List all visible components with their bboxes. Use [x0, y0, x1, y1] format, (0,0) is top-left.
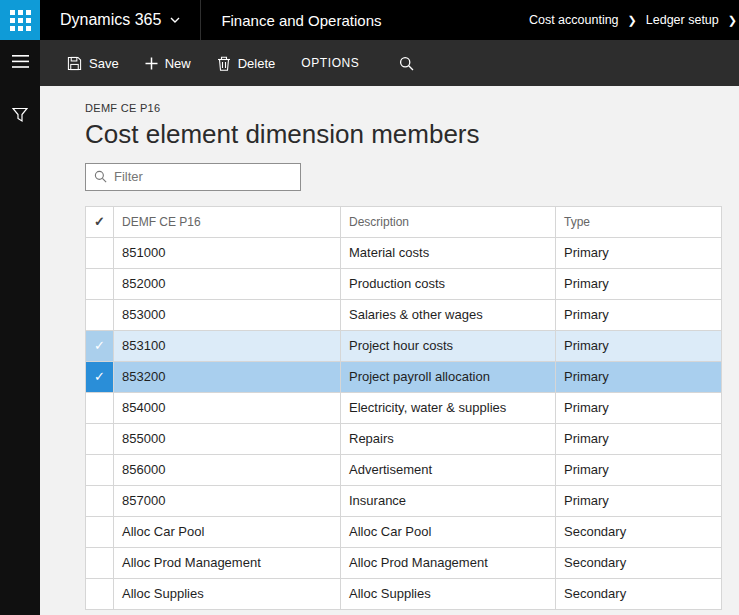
hamburger-icon — [12, 55, 29, 68]
breadcrumb-ledger-setup[interactable]: Ledger setup — [646, 13, 719, 27]
main-content: DEMF CE P16 Cost element dimension membe… — [40, 86, 739, 615]
select-all-checkbox[interactable]: ✓ — [86, 207, 114, 237]
row-description-cell: Repairs — [341, 424, 556, 454]
row-type-cell: Primary — [556, 362, 721, 392]
delete-button[interactable]: Delete — [204, 40, 289, 86]
row-type-cell: Primary — [556, 393, 721, 423]
delete-button-label: Delete — [238, 56, 276, 71]
column-header-type[interactable]: Type — [556, 207, 721, 237]
search-icon — [399, 56, 414, 71]
row-select-checkbox[interactable] — [86, 486, 114, 516]
table-body: 851000Material costsPrimary852000Product… — [86, 237, 721, 609]
search-icon — [94, 170, 107, 183]
row-description-cell: Alloc Prod Management — [341, 548, 556, 578]
record-id-caption: DEMF CE P16 — [85, 102, 739, 114]
table-row[interactable]: Alloc Prod ManagementAlloc Prod Manageme… — [86, 547, 721, 578]
row-select-checkbox[interactable] — [86, 393, 114, 423]
chevron-right-icon: ❯ — [628, 15, 637, 26]
row-select-checkbox[interactable]: ✓ — [86, 331, 114, 361]
table-row[interactable]: Alloc SuppliesAlloc SuppliesSecondary — [86, 578, 721, 609]
hamburger-menu-button[interactable] — [12, 55, 29, 71]
row-description-cell: Project hour costs — [341, 331, 556, 361]
row-select-checkbox[interactable] — [86, 238, 114, 268]
row-type-cell: Primary — [556, 300, 721, 330]
row-type-cell: Primary — [556, 486, 721, 516]
row-select-checkbox[interactable] — [86, 517, 114, 547]
app-launcher-button[interactable] — [0, 0, 40, 40]
row-code-cell: 851000 — [114, 238, 341, 268]
row-code-cell: 853200 — [114, 362, 341, 392]
save-button-label: Save — [89, 56, 119, 71]
table-row[interactable]: 855000RepairsPrimary — [86, 423, 721, 454]
row-code-cell: Alloc Supplies — [114, 579, 341, 609]
row-select-checkbox[interactable] — [86, 548, 114, 578]
row-description-cell: Alloc Supplies — [341, 579, 556, 609]
row-code-cell: 853100 — [114, 331, 341, 361]
row-type-cell: Primary — [556, 238, 721, 268]
row-description-cell: Salaries & other wages — [341, 300, 556, 330]
row-select-checkbox[interactable]: ✓ — [86, 362, 114, 392]
table-row[interactable]: 857000InsurancePrimary — [86, 485, 721, 516]
grid-header-row: ✓ DEMF CE P16 Description Type — [86, 207, 721, 237]
row-code-cell: 852000 — [114, 269, 341, 299]
row-select-checkbox[interactable] — [86, 300, 114, 330]
table-row[interactable]: Alloc Car PoolAlloc Car PoolSecondary — [86, 516, 721, 547]
row-code-cell: 857000 — [114, 486, 341, 516]
row-code-cell: Alloc Car Pool — [114, 517, 341, 547]
filter-pane-button[interactable] — [12, 107, 28, 126]
options-button[interactable]: OPTIONS — [288, 40, 372, 86]
row-type-cell: Secondary — [556, 579, 721, 609]
row-select-checkbox[interactable] — [86, 579, 114, 609]
page-title: Cost element dimension members — [85, 120, 739, 150]
check-icon: ✓ — [94, 339, 105, 352]
table-row[interactable]: ✓853200Project payroll allocationPrimary — [86, 361, 721, 392]
save-button[interactable]: Save — [54, 40, 132, 86]
column-header-description[interactable]: Description — [341, 207, 556, 237]
top-nav-bar: Dynamics 365 Finance and Operations Cost… — [0, 0, 739, 40]
breadcrumb: Cost accounting ❯ Ledger setup ❯ — [529, 13, 739, 27]
row-description-cell: Alloc Car Pool — [341, 517, 556, 547]
save-icon — [67, 56, 82, 71]
waffle-icon — [10, 10, 31, 31]
row-description-cell: Insurance — [341, 486, 556, 516]
funnel-icon — [12, 107, 28, 123]
row-code-cell: 854000 — [114, 393, 341, 423]
row-code-cell: 856000 — [114, 455, 341, 485]
chevron-right-icon: ❯ — [728, 15, 737, 26]
table-row[interactable]: ✓853100Project hour costsPrimary — [86, 330, 721, 361]
check-icon: ✓ — [94, 370, 105, 383]
row-description-cell: Project payroll allocation — [341, 362, 556, 392]
table-row[interactable]: 856000AdvertisementPrimary — [86, 454, 721, 485]
cost-elements-grid: ✓ DEMF CE P16 Description Type 851000Mat… — [85, 206, 722, 610]
row-description-cell: Electricity, water & supplies — [341, 393, 556, 423]
actionbar-search-button[interactable] — [386, 40, 427, 86]
new-button[interactable]: New — [132, 40, 204, 86]
app-name[interactable]: Finance and Operations — [201, 0, 401, 40]
row-description-cell: Production costs — [341, 269, 556, 299]
new-button-label: New — [165, 56, 191, 71]
table-row[interactable]: 853000Salaries & other wagesPrimary — [86, 299, 721, 330]
table-row[interactable]: 854000Electricity, water & suppliesPrima… — [86, 392, 721, 423]
breadcrumb-cost-accounting[interactable]: Cost accounting — [529, 13, 619, 27]
check-icon: ✓ — [94, 214, 105, 229]
row-type-cell: Secondary — [556, 517, 721, 547]
row-type-cell: Secondary — [556, 548, 721, 578]
row-select-checkbox[interactable] — [86, 424, 114, 454]
filter-input[interactable] — [114, 169, 292, 184]
row-type-cell: Primary — [556, 455, 721, 485]
action-bar: Save New Delete OPTIONS — [40, 40, 739, 86]
row-type-cell: Primary — [556, 269, 721, 299]
options-button-label: OPTIONS — [301, 56, 359, 70]
trash-icon — [217, 56, 231, 71]
table-row[interactable]: 851000Material costsPrimary — [86, 237, 721, 268]
dynamics-365-menu[interactable]: Dynamics 365 — [40, 0, 200, 40]
row-code-cell: Alloc Prod Management — [114, 548, 341, 578]
plus-icon — [145, 57, 158, 70]
row-select-checkbox[interactable] — [86, 455, 114, 485]
row-select-checkbox[interactable] — [86, 269, 114, 299]
product-name: Dynamics 365 — [60, 11, 161, 29]
row-code-cell: 853000 — [114, 300, 341, 330]
table-row[interactable]: 852000Production costsPrimary — [86, 268, 721, 299]
filter-box — [85, 163, 301, 191]
column-header-code[interactable]: DEMF CE P16 — [114, 207, 341, 237]
